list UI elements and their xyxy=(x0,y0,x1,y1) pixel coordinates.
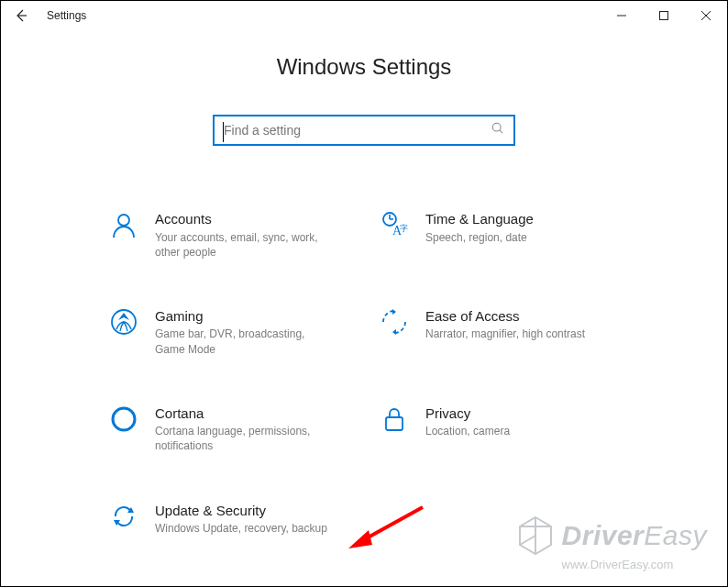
app-title: Settings xyxy=(47,9,86,22)
maximize-icon xyxy=(659,11,668,20)
tile-text: Privacy Location, camera xyxy=(425,404,510,454)
titlebar: Settings xyxy=(1,1,727,30)
accounts-icon xyxy=(107,210,140,243)
tile-title: Gaming xyxy=(155,307,329,326)
tile-title: Privacy xyxy=(425,404,510,423)
minimize-icon xyxy=(617,11,626,20)
tile-desc: Game bar, DVR, broadcasting, Game Mode xyxy=(155,327,329,356)
ease-of-access-icon xyxy=(378,307,411,340)
tile-desc: Cortana language, permissions, notificat… xyxy=(155,424,329,453)
tile-text: Update & Security Windows Update, recove… xyxy=(155,502,327,537)
page-title: Windows Settings xyxy=(1,54,727,80)
titlebar-left: Settings xyxy=(8,3,86,28)
settings-grid: Accounts Your accounts, email, sync, wor… xyxy=(107,210,621,536)
svg-point-7 xyxy=(118,215,129,226)
tile-desc: Narrator, magnifier, high contrast xyxy=(425,327,585,341)
back-button[interactable] xyxy=(8,3,34,28)
arrow-left-icon xyxy=(14,8,28,23)
svg-line-6 xyxy=(500,130,502,133)
tile-time-language[interactable]: A字 Time & Language Speech, region, date xyxy=(378,210,621,260)
svg-rect-17 xyxy=(386,417,403,430)
tile-title: Time & Language xyxy=(425,210,534,228)
tile-cortana[interactable]: Cortana Cortana language, permissions, n… xyxy=(107,404,350,454)
cortana-icon xyxy=(107,404,140,437)
gaming-icon xyxy=(107,307,140,340)
search-wrap xyxy=(1,115,727,146)
settings-window: Settings Windows Settings xyxy=(0,0,728,587)
search-box[interactable] xyxy=(213,115,515,146)
svg-rect-2 xyxy=(660,12,668,20)
close-icon xyxy=(701,11,711,20)
tile-desc: Speech, region, date xyxy=(425,230,534,245)
tile-accounts[interactable]: Accounts Your accounts, email, sync, wor… xyxy=(107,210,350,260)
tile-text: Accounts Your accounts, email, sync, wor… xyxy=(155,210,329,260)
tile-desc: Your accounts, email, sync, work, other … xyxy=(155,230,329,260)
minimize-button[interactable] xyxy=(601,1,643,30)
maximize-button[interactable] xyxy=(643,1,685,30)
svg-marker-14 xyxy=(392,309,396,315)
tile-title: Cortana xyxy=(155,404,329,423)
tile-title: Accounts xyxy=(155,210,329,228)
titlebar-right xyxy=(601,1,727,30)
content: Windows Settings Accounts Your accounts,… xyxy=(1,45,727,586)
svg-point-16 xyxy=(113,408,135,430)
tile-title: Update & Security xyxy=(155,502,327,520)
close-button[interactable] xyxy=(685,1,727,30)
update-security-icon xyxy=(107,502,140,535)
tile-text: Gaming Game bar, DVR, broadcasting, Game… xyxy=(155,307,329,357)
privacy-icon xyxy=(378,404,411,437)
tile-text: Time & Language Speech, region, date xyxy=(425,210,534,260)
tile-text: Cortana Cortana language, permissions, n… xyxy=(155,404,329,454)
tile-text: Ease of Access Narrator, magnifier, high… xyxy=(425,307,585,357)
tile-title: Ease of Access xyxy=(425,307,585,326)
tile-update-security[interactable]: Update & Security Windows Update, recove… xyxy=(107,502,350,537)
svg-point-5 xyxy=(492,123,501,131)
svg-text:字: 字 xyxy=(400,224,408,233)
tile-desc: Windows Update, recovery, backup xyxy=(155,521,327,536)
tile-privacy[interactable]: Privacy Location, camera xyxy=(378,404,621,454)
tile-gaming[interactable]: Gaming Game bar, DVR, broadcasting, Game… xyxy=(107,307,350,357)
search-input[interactable] xyxy=(224,123,491,138)
time-language-icon: A字 xyxy=(378,210,411,243)
svg-marker-15 xyxy=(392,329,396,335)
tile-ease-of-access[interactable]: Ease of Access Narrator, magnifier, high… xyxy=(378,307,621,357)
tile-desc: Location, camera xyxy=(425,424,510,438)
text-caret-icon xyxy=(223,122,224,142)
search-icon xyxy=(491,122,504,138)
